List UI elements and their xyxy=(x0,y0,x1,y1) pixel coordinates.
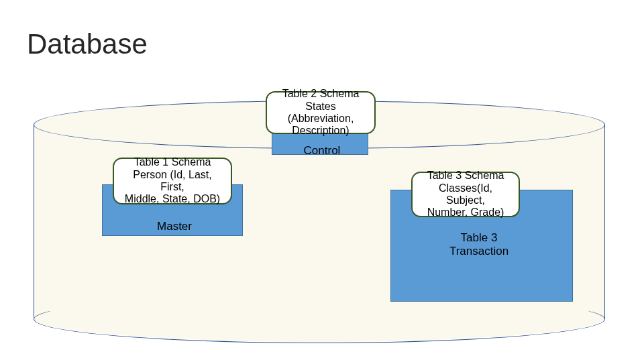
control-label: Control xyxy=(282,144,362,158)
schema-line: Person (Id, Last, First, xyxy=(121,169,224,194)
database-cylinder-bottom-arc xyxy=(34,295,605,343)
schema-line: Classes(Id, Subject, xyxy=(419,182,512,207)
transaction-label: Table 3 Transaction xyxy=(439,231,519,257)
schema-line: Description) xyxy=(292,125,349,137)
schema-line: Table 3 Schema xyxy=(427,170,504,182)
schema-line: States (Abbreviation, xyxy=(274,101,368,125)
transaction-label-line1: Table 3 xyxy=(461,231,498,244)
table-3-schema-callout: Table 3 Schema Classes(Id, Subject, Numb… xyxy=(411,172,520,217)
schema-line: Table 1 Schema xyxy=(134,156,211,168)
schema-line: Middle, State, DOB) xyxy=(125,193,220,205)
page-title: Database xyxy=(27,28,148,60)
table-1-schema-callout: Table 1 Schema Person (Id, Last, First, … xyxy=(113,158,232,204)
master-label: Master xyxy=(134,220,215,233)
schema-line: Number, Grade) xyxy=(427,206,504,219)
diagram-stage: Database Control Master Table 3 Transact… xyxy=(0,0,644,362)
schema-line: Table 2 Schema xyxy=(282,88,360,100)
table-2-schema-callout: Table 2 Schema States (Abbreviation, Des… xyxy=(266,91,376,134)
transaction-label-line2: Transaction xyxy=(449,245,508,257)
